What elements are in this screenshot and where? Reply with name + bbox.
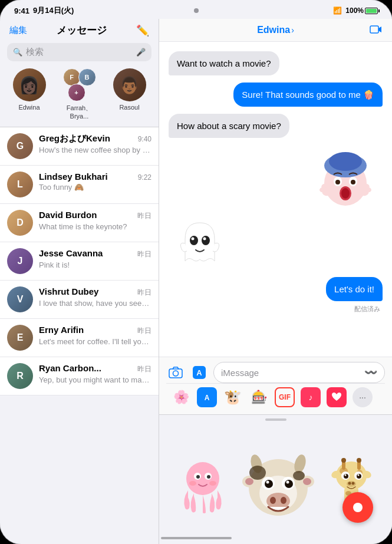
music-strip-icon[interactable]: ♪ [301,387,321,407]
memoji-shocked-emoji [313,145,378,210]
bubble-received-1: Want to watch a movie? [169,51,279,75]
memoji-octopus[interactable] [176,455,229,514]
msg-time-vishrut: 昨日 [137,288,151,298]
pinned-contact-rasoul[interactable]: 👨🏾 Rasoul [113,68,146,120]
delivered-label: 配信済み [169,305,383,314]
svg-point-3 [329,152,362,171]
svg-point-49 [266,493,290,509]
appstore-strip-icon[interactable]: A [197,387,217,407]
search-input[interactable]: 検索 [26,47,133,58]
avatar-jesse: J [7,248,33,274]
mini-avatar-3: + [68,84,85,101]
video-call-button[interactable] [370,24,383,37]
memoji-strip-icon[interactable]: 🐮 [223,387,243,407]
conversation-jesse[interactable]: J Jesse Cavanna 昨日 Pink it is! [0,242,159,281]
avatar-greg: G [7,133,33,159]
chat-contact-name[interactable]: Edwina [257,25,290,35]
pinned-contact-edwina[interactable]: 👩🏿 Edwina [13,68,46,120]
memoji-grid [159,424,392,544]
home-indicator [161,537,232,539]
top-dot [194,8,199,13]
message-row-3: How about a scary movie? [169,114,383,138]
chat-chevron-icon: › [291,25,294,35]
msg-content-vishrut: Vishrut Dubey 昨日 I love that show, have … [39,286,151,308]
sidebar-header: 編集 メッセージ ✏️ [0,19,159,39]
photos-app-icon[interactable]: 🌸 [171,387,191,407]
svg-point-59 [357,458,361,463]
record-button[interactable] [342,492,373,523]
wifi-icon: 📶 [333,6,342,15]
svg-text:♪: ♪ [309,393,313,402]
battery-indicator: 100% [345,6,378,15]
conversation-vishrut[interactable]: V Vishrut Dubey 昨日 I love that show, hav… [0,281,159,319]
avatar-vishrut: V [7,286,33,312]
bubble-lets-do-it: Let's do it! [326,277,383,301]
conversation-david[interactable]: D David Burdon 昨日 What time is the keyno… [0,204,159,242]
msg-preview-vishrut: I love that show, have you seen the late… [39,299,151,308]
msg-name-ryan: Ryan Carbon... [39,363,101,373]
camera-button[interactable] [166,363,185,382]
svg-point-50 [270,497,276,504]
memoji-picker [159,414,392,544]
msg-header-ryan: Ryan Carbon... 昨日 [39,363,151,374]
svg-point-73 [353,503,363,512]
gif-strip-icon[interactable]: GIF [275,387,295,407]
avatar-ryan: R [7,363,33,389]
svg-point-17 [202,236,210,245]
battery-fill [366,9,377,13]
svg-point-42 [293,471,305,480]
msg-content-david: David Burdon 昨日 What time is the keynote… [39,210,151,231]
msg-name-jesse: Jesse Cavanna [39,248,103,258]
svg-point-71 [348,482,351,484]
more-apps-button[interactable]: ··· [353,387,373,407]
svg-point-48 [286,480,289,483]
conversation-greg[interactable]: G GregおよびKevin 9:40 How's the new coffee… [0,127,159,166]
memoji-cow[interactable] [240,443,317,526]
svg-point-30 [207,475,210,479]
svg-point-6 [335,180,340,184]
svg-point-7 [351,180,355,184]
ipad-frame: 9:41 9月14日(火) 📶 100% 編集 メッセージ ✏️ [0,0,392,544]
imessage-input[interactable]: iMessage 〰️ [213,362,385,383]
svg-point-39 [245,478,253,485]
mini-avatar-2: B [78,68,96,86]
msg-name-vishrut: Vishrut Dubey [39,286,98,296]
games-strip-icon[interactable]: 🎰 [249,387,269,407]
msg-name-greg: GregおよびKevin [39,133,110,144]
svg-point-16 [190,236,198,245]
messages-container: Want to watch a movie? Sure! That sounds… [159,42,392,357]
mic-icon[interactable]: 🎤 [136,48,146,57]
svg-point-70 [347,481,356,487]
svg-rect-0 [370,26,378,33]
msg-header-david: David Burdon 昨日 [39,210,151,221]
msg-content-greg: GregおよびKevin 9:40 How's the new coffee s… [39,133,151,154]
svg-point-69 [357,474,359,476]
svg-point-26 [186,462,219,495]
compose-button[interactable]: ✏️ [136,24,149,37]
appstore-button[interactable]: A [190,363,209,382]
status-bar-right: 📶 100% [333,6,378,15]
msg-header-erny: Erny Arifin 昨日 [39,325,151,336]
msg-header-greg: GregおよびKevin 9:40 [39,133,151,144]
status-time: 9:41 [14,6,29,15]
svg-point-31 [189,481,196,486]
heart-strip-icon[interactable] [327,387,347,407]
msg-time-jesse: 昨日 [137,249,151,259]
more-label: ··· [359,393,366,402]
msg-preview-jesse: Pink it is! [39,261,151,269]
conversation-lindsey[interactable]: L Lindsey Bukhari 9:22 Too funny 🙈 [0,166,159,204]
conversation-ryan[interactable]: R Ryan Carbon... 昨日 Yep, but you might w… [0,357,159,395]
svg-point-45 [265,480,273,488]
msg-time-david: 昨日 [137,211,151,221]
search-bar[interactable]: 🔍 検索 🎤 [7,43,151,61]
msg-name-david: David Burdon [39,210,97,220]
pinned-contact-farrah[interactable]: F B + Farrah、Brya... [62,68,97,120]
msg-content-jesse: Jesse Cavanna 昨日 Pink it is! [39,248,151,269]
input-area: A iMessage 〰️ 🌸 A [159,357,392,414]
msg-preview-ryan: Yep, but you might want to make it a sur… [39,375,151,384]
pinned-name-rasoul: Rasoul [119,104,139,111]
svg-point-58 [341,458,346,463]
edit-button[interactable]: 編集 [9,25,27,36]
conversation-erny[interactable]: E Erny Arifin 昨日 Let's meet for coffee. … [0,319,159,357]
svg-point-72 [351,482,354,484]
